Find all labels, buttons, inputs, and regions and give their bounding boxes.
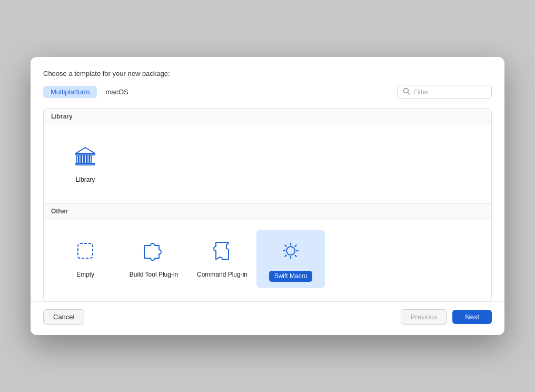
library-section-header: Library [44,109,491,124]
cancel-button[interactable]: Cancel [43,309,84,325]
tabs: Multiplatform macOS [43,86,136,98]
template-item-build-tool-plugin[interactable]: Build Tool Plug-in [120,230,188,289]
filter-box [397,85,492,99]
svg-rect-5 [83,155,85,163]
template-item-swift-macro[interactable]: Swift Macro [256,230,325,289]
tab-multiplatform[interactable]: Multiplatform [43,86,97,98]
tab-macos[interactable]: macOS [98,86,135,98]
filter-icon [403,87,410,96]
svg-line-1 [408,92,410,94]
template-item-empty[interactable]: Empty [51,230,120,289]
dialog-footer: Cancel Previous Next [31,301,504,335]
swift-macro-item-label: Swift Macro [269,271,313,282]
empty-icon-wrap [71,236,100,266]
library-grid: Library [51,126,484,199]
previous-button[interactable]: Previous [401,309,448,325]
sections-wrapper: Library [43,109,492,301]
library-item-label: Library [76,176,95,184]
svg-rect-6 [86,155,88,163]
command-plugin-item-label: Command Plug-in [197,271,247,279]
empty-item-label: Empty [76,271,94,279]
swift-macro-icon-wrap [276,236,305,266]
template-item-command-plugin[interactable]: Command Plug-in [188,230,256,289]
next-button[interactable]: Next [452,310,492,324]
svg-rect-7 [90,155,91,163]
dialog-body: Library [31,105,504,301]
build-tool-plugin-item-label: Build Tool Plug-in [130,271,179,279]
svg-rect-9 [78,243,93,258]
dialog-title: Choose a template for your new package: [43,70,492,77]
template-item-library[interactable]: Library [51,135,120,191]
library-icon-wrap [71,141,100,171]
other-section-content: Empty Build Tool Plug-in [44,219,491,301]
package-template-dialog: Choose a template for your new package: … [31,57,504,335]
library-section-content: Library [44,124,491,203]
svg-rect-4 [80,155,82,163]
other-section-header: Other [44,203,491,219]
command-plugin-icon-wrap [207,236,237,266]
tab-row: Multiplatform macOS [43,85,492,99]
nav-buttons: Previous Next [401,309,492,325]
filter-input[interactable] [413,88,486,96]
build-tool-plugin-icon-wrap [139,236,169,266]
other-grid: Empty Build Tool Plug-in [51,221,484,297]
svg-rect-3 [77,155,78,163]
dialog-header: Choose a template for your new package: … [31,57,504,99]
